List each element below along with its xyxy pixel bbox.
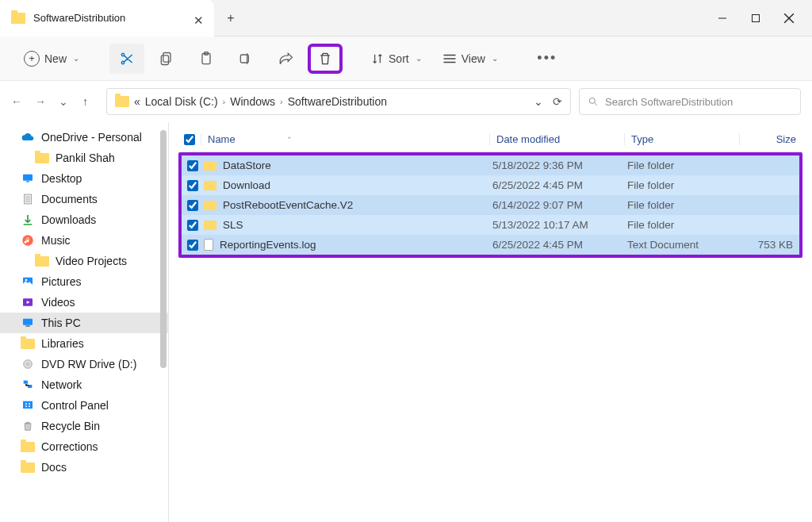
sidebar-item[interactable]: Videos [0, 292, 168, 313]
refresh-button[interactable]: ⟳ [553, 95, 562, 108]
back-button[interactable]: ← [11, 95, 27, 108]
folder-icon [35, 255, 49, 267]
file-row[interactable]: PostRebootEventCache.V26/14/2022 9:07 PM… [182, 195, 799, 215]
share-button[interactable] [268, 44, 303, 74]
sort-button[interactable]: Sort ⌄ [363, 48, 430, 70]
file-name: SLS [223, 219, 243, 231]
sidebar-item-label: This PC [41, 317, 81, 329]
sidebar-item-label: Documents [41, 193, 98, 205]
sidebar-item[interactable]: Control Panel [0, 395, 168, 416]
recent-dropdown[interactable]: ⌄ [59, 95, 75, 108]
file-name-cell: ReportingEvents.log [204, 239, 486, 251]
file-list: DataStore5/18/2022 9:36 PMFile folderDow… [178, 152, 802, 258]
svg-rect-22 [25, 325, 29, 326]
chevron-down-icon: ⌄ [416, 54, 422, 63]
file-type-cell: File folder [621, 219, 736, 231]
row-checkbox[interactable] [182, 220, 204, 231]
sidebar-item[interactable]: DVD RW Drive (D:) [0, 354, 168, 374]
close-tab-icon[interactable]: ✕ [193, 13, 203, 23]
scrollbar-thumb[interactable] [160, 130, 167, 368]
sort-indicator-icon: ⌃ [286, 136, 293, 144]
breadcrumb-item[interactable]: Local Disk (C:) [145, 95, 218, 108]
download-icon [21, 213, 35, 226]
new-button[interactable]: + New ⌄ [14, 46, 89, 71]
file-size-cell: 753 KB [736, 239, 799, 251]
column-header-size[interactable]: Size [739, 133, 802, 145]
sort-label: Sort [389, 52, 409, 65]
svg-rect-12 [26, 181, 29, 182]
file-row[interactable]: SLS5/13/2022 10:17 AMFile folder [182, 215, 799, 235]
breadcrumb-item[interactable]: Windows [230, 95, 275, 108]
sidebar-item[interactable]: Video Projects [0, 251, 168, 271]
column-header-type[interactable]: Type [624, 133, 739, 145]
column-header-name[interactable]: Name⌃ [201, 133, 489, 145]
file-row[interactable]: DataStore5/18/2022 9:36 PMFile folder [182, 155, 799, 175]
paste-button[interactable] [189, 44, 224, 74]
file-row[interactable]: ReportingEvents.log6/25/2022 4:45 PMText… [182, 235, 799, 255]
copy-button[interactable] [149, 44, 184, 74]
window-tab[interactable]: SoftwareDistribution ✕ [0, 0, 214, 36]
forward-button[interactable]: → [35, 95, 51, 108]
folder-icon [11, 13, 25, 24]
rename-button[interactable] [228, 44, 263, 74]
sidebar-item[interactable]: Desktop [0, 168, 168, 189]
folder-icon [21, 461, 35, 474]
breadcrumb-item[interactable]: SoftwareDistribution [288, 95, 387, 108]
sidebar-item[interactable]: Pankil Shah [0, 148, 168, 168]
svg-point-31 [29, 405, 30, 407]
row-checkbox[interactable] [182, 180, 204, 191]
sidebar-item[interactable]: Downloads [0, 209, 168, 230]
sidebar-item[interactable]: This PC [0, 313, 168, 333]
file-name-cell: Download [204, 179, 486, 191]
up-button[interactable]: ↑ [82, 95, 98, 108]
sidebar-item[interactable]: Corrections [0, 436, 168, 457]
row-checkbox[interactable] [182, 240, 204, 251]
view-button[interactable]: View ⌄ [435, 48, 506, 70]
sidebar-item-label: Control Panel [41, 399, 109, 412]
file-type-cell: File folder [621, 159, 736, 171]
search-input[interactable] [605, 96, 792, 108]
more-button[interactable]: ••• [530, 44, 565, 74]
svg-rect-11 [23, 175, 33, 181]
row-checkbox[interactable] [182, 160, 204, 171]
row-checkbox[interactable] [182, 200, 204, 211]
file-type-cell: File folder [621, 199, 736, 211]
video-icon [21, 296, 35, 309]
minimize-button[interactable] [715, 11, 730, 25]
new-tab-button[interactable]: + [214, 11, 247, 25]
sidebar-item[interactable]: Pictures [0, 271, 168, 292]
address-bar[interactable]: « Local Disk (C:) › Windows › SoftwareDi… [106, 88, 571, 115]
svg-point-29 [29, 403, 30, 405]
file-row[interactable]: Download6/25/2022 4:45 PMFile folder [182, 175, 799, 195]
delete-button[interactable] [308, 44, 343, 74]
svg-point-30 [25, 405, 27, 407]
document-icon [21, 193, 35, 205]
chevron-right-icon: › [280, 97, 283, 106]
sort-icon [371, 52, 384, 65]
select-all-checkbox[interactable] [178, 134, 201, 145]
column-header-modified[interactable]: Date modified [489, 133, 624, 145]
folder-icon [204, 161, 216, 171]
chevron-down-icon: ⌄ [492, 54, 498, 63]
cut-button[interactable] [109, 44, 144, 74]
svg-rect-21 [23, 319, 33, 325]
sidebar-item[interactable]: Music [0, 230, 168, 251]
sidebar-item[interactable]: Docs [0, 457, 168, 478]
network-icon [21, 378, 35, 391]
file-name: Download [223, 179, 270, 191]
disc-icon [21, 358, 35, 370]
close-window-button[interactable] [782, 11, 796, 25]
sidebar-item[interactable]: Libraries [0, 333, 168, 354]
sidebar-item-label: OneDrive - Personal [41, 131, 142, 144]
maximize-button[interactable] [749, 11, 763, 25]
search-box[interactable] [579, 88, 801, 115]
folder-icon [204, 181, 216, 190]
sidebar-item[interactable]: Documents [0, 189, 168, 209]
sidebar-item[interactable]: Network [0, 374, 168, 395]
folder-icon [204, 201, 216, 210]
address-dropdown[interactable]: ⌄ [534, 95, 543, 108]
sidebar-item-label: Downloads [41, 213, 96, 226]
sidebar-item[interactable]: OneDrive - Personal [0, 127, 168, 148]
document-icon [204, 239, 213, 251]
sidebar-item[interactable]: Recycle Bin [0, 416, 168, 436]
